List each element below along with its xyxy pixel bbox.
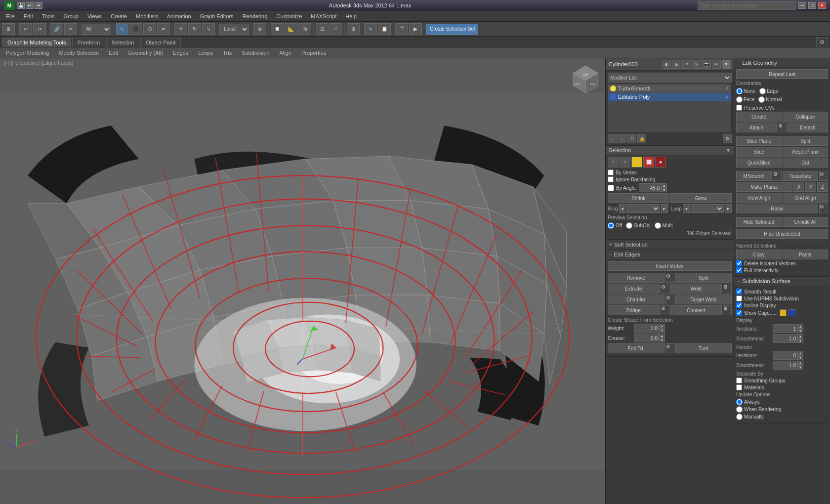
loop-dropdown[interactable] <box>691 204 724 213</box>
split-btn2[interactable]: Split <box>783 136 828 146</box>
weight-input[interactable] <box>634 324 659 333</box>
angle-spin-dn[interactable]: ▼ <box>661 188 667 192</box>
ribbon-tab-selection[interactable]: Selection <box>106 38 139 47</box>
use-nurms-check[interactable] <box>736 295 742 301</box>
menu-edit[interactable]: Edit <box>20 12 37 20</box>
panel-icon-6[interactable]: ✏ <box>712 60 721 69</box>
tb-rotate[interactable]: ↻ <box>188 23 201 35</box>
by-angle-input[interactable] <box>639 183 661 192</box>
sel-icon-vertex[interactable]: • <box>620 157 630 168</box>
menu-tools[interactable]: Tools <box>38 12 59 20</box>
chamfer-settings[interactable]: ⚙ <box>665 294 674 304</box>
attach-settings[interactable]: ⚙ <box>778 123 787 132</box>
modifier-turbosmooth[interactable]: TurboSmooth ✓ <box>608 84 731 92</box>
close-button[interactable]: ✕ <box>818 2 826 9</box>
tb-reference-coord[interactable]: Local <box>219 24 249 35</box>
edit-geometry-header[interactable]: −Edit Geometry <box>734 58 830 67</box>
by-vertex-check[interactable] <box>608 169 614 175</box>
loop-arrow-left[interactable]: ◄ <box>683 204 690 213</box>
tb-curve-editor[interactable]: ∿ <box>364 23 377 35</box>
riter-spin-dn[interactable]: ▼ <box>797 355 803 360</box>
soft-sel-expand[interactable]: + <box>609 241 612 248</box>
tb-select[interactable]: ↖ <box>116 23 128 35</box>
tb-move[interactable]: ✛ <box>174 23 187 35</box>
slice-plane-btn[interactable]: Slice Plane <box>736 136 782 146</box>
bridge-settings[interactable]: ⚙ <box>661 305 669 315</box>
subobj-funnel[interactable]: ⊓ <box>627 134 636 143</box>
cage-color2[interactable] <box>788 309 795 316</box>
selection-header[interactable]: Selection ▼ <box>606 146 734 155</box>
tessellate-btn[interactable]: Tessellate <box>783 171 818 181</box>
edit-tri-settings[interactable]: ⚙ <box>665 343 674 353</box>
weld-settings[interactable]: ⚙ <box>723 284 732 294</box>
subdivision-header[interactable]: − Subdivision Surface <box>734 277 830 286</box>
edit-edges-header[interactable]: − Edit Edges <box>606 250 734 259</box>
reset-plane-btn[interactable]: Reset Plane <box>783 147 828 157</box>
constraint-face-radio[interactable] <box>736 96 743 103</box>
iter-spin-dn[interactable]: ▼ <box>797 329 803 333</box>
grow-btn[interactable]: Grow <box>670 193 732 203</box>
unhide-all-btn[interactable]: Unhide All <box>783 217 828 227</box>
tess-settings[interactable]: ⚙ <box>819 171 828 181</box>
rsmooth-spin-dn[interactable]: ▼ <box>797 365 803 370</box>
subtab-modify-selection[interactable]: Modify Selection <box>55 49 103 57</box>
make-planar-btn[interactable]: Make Planar <box>736 182 792 192</box>
msmooth-settings[interactable]: ⚙ <box>773 171 782 181</box>
slice-btn[interactable]: Slice <box>736 147 782 157</box>
show-cage-check[interactable] <box>736 310 742 316</box>
app-logo[interactable]: M <box>4 1 15 10</box>
create-btn[interactable]: Create <box>736 112 782 122</box>
menu-create[interactable]: Create <box>107 12 131 20</box>
extrude-settings[interactable]: ⚙ <box>661 284 669 294</box>
paste-btn[interactable]: Paste <box>783 250 828 259</box>
subtab-edit[interactable]: Edit <box>105 49 122 57</box>
ribbon-tab-extra[interactable]: ⚙ <box>816 37 828 47</box>
preview-multi-radio[interactable] <box>655 222 661 229</box>
update-manually-radio[interactable] <box>736 414 743 420</box>
loop-arrow-right[interactable]: ► <box>725 204 732 213</box>
panel-icon-1[interactable]: ◐ <box>663 60 671 69</box>
ring-arrow-left[interactable]: ◄ <box>619 204 626 213</box>
ignore-backfacing-check[interactable] <box>608 176 614 182</box>
turn-btn[interactable]: Turn <box>675 343 732 353</box>
tb-undo[interactable]: ↩ <box>19 23 32 35</box>
menu-animation[interactable]: Animation <box>163 12 195 20</box>
subtab-polygon-modeling[interactable]: Polygon Modeling <box>2 49 53 57</box>
tb-mirror[interactable]: ⊟ <box>316 23 329 35</box>
menu-group[interactable]: Group <box>59 12 83 20</box>
sel-icon-poly[interactable]: ■ <box>655 157 666 168</box>
tb-align[interactable]: ≡ <box>330 23 342 35</box>
delete-isolated-check[interactable] <box>736 260 742 266</box>
render-smooth-input[interactable] <box>773 361 797 370</box>
iterations-input[interactable] <box>773 324 797 333</box>
insert-vertex-btn[interactable]: Insert Vertex <box>608 261 732 271</box>
subtab-properties[interactable]: Properties <box>297 49 330 57</box>
smooth-spin-dn[interactable]: ▼ <box>797 338 803 343</box>
collapse-btn[interactable]: Collapse <box>783 112 828 122</box>
weld-btn[interactable]: Weld <box>670 284 722 294</box>
tb-select-region[interactable]: ⬛ <box>129 23 142 35</box>
panel-icon-3[interactable]: ≡ <box>682 60 691 69</box>
edit-tri-btn[interactable]: Edit Tri. <box>608 343 664 353</box>
tb-pivot[interactable]: ⊕ <box>253 23 266 35</box>
chamfer-btn[interactable]: Chamfer <box>608 294 664 304</box>
quick-save[interactable]: 💾 <box>17 2 25 9</box>
redo-btn[interactable]: ↪ <box>35 2 42 9</box>
rsmooth-spin-up[interactable]: ▲ <box>797 361 803 365</box>
tb-select-object[interactable]: ⊞ <box>2 23 15 35</box>
weight-spin-dn[interactable]: ▼ <box>659 328 665 333</box>
subtab-align[interactable]: Align <box>275 49 295 57</box>
modifier-config[interactable]: ⚙ <box>723 134 732 143</box>
bridge-btn[interactable]: Bridge <box>608 305 660 315</box>
relax-btn[interactable]: Relax <box>736 204 818 213</box>
ribbon-tab-graphite[interactable]: Graphite Modeling Tools <box>2 38 71 47</box>
weight-spin-up[interactable]: ▲ <box>659 324 665 328</box>
by-angle-check[interactable] <box>608 185 614 191</box>
maximize-button[interactable]: □ <box>808 2 816 9</box>
constraint-normal-radio[interactable] <box>758 96 765 103</box>
materials-check[interactable] <box>736 384 742 390</box>
tb-scale[interactable]: ⤡ <box>202 23 215 35</box>
make-planar-x[interactable]: X <box>793 182 804 192</box>
subtab-subdivision[interactable]: Subdivision <box>238 49 273 57</box>
subtab-tris[interactable]: Tris <box>219 49 236 57</box>
